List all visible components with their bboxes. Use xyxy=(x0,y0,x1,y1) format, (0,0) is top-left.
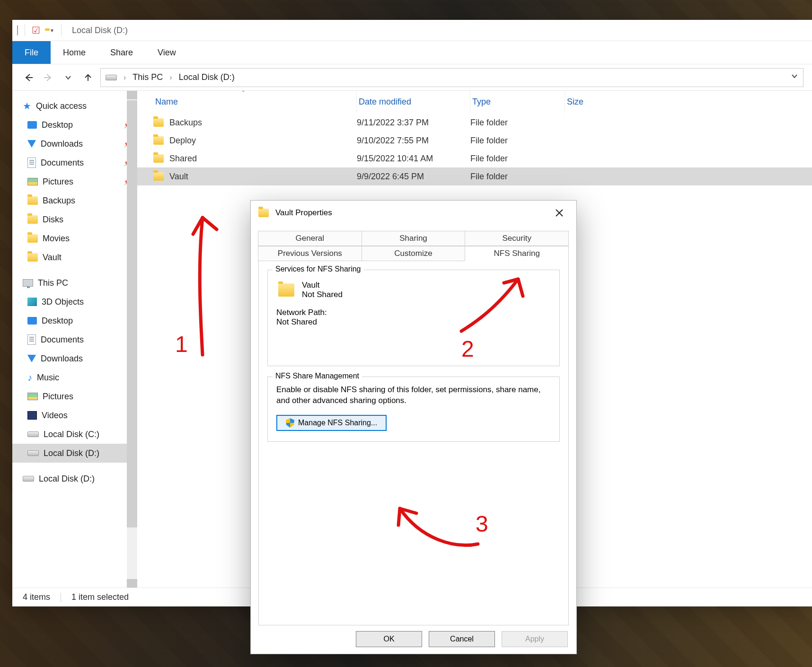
sidebar-item-videos[interactable]: Videos xyxy=(12,406,137,425)
column-headers: Name Date modified Type Size xyxy=(137,91,812,114)
pc-icon xyxy=(23,279,33,287)
sidebar-item-3d-objects[interactable]: 3D Objects xyxy=(12,292,137,311)
cancel-button[interactable]: Cancel xyxy=(429,631,495,647)
scroll-down-button[interactable] xyxy=(127,579,137,588)
sidebar-item-desktop[interactable]: Desktop📌 xyxy=(12,115,137,134)
sidebar-item-vault[interactable]: Vault xyxy=(12,248,137,267)
nav-forward-button[interactable] xyxy=(41,70,56,85)
network-path-label: Network Path: xyxy=(276,308,551,317)
column-type[interactable]: Type xyxy=(470,91,565,113)
sidebar-item-documents[interactable]: Documents📌 xyxy=(12,153,137,172)
column-size[interactable]: Size xyxy=(565,91,650,113)
ribbon-tabs: File Home Share View xyxy=(12,41,812,64)
folder-icon xyxy=(258,209,269,217)
pictures-icon xyxy=(27,178,38,185)
address-bar[interactable]: This PC Local Disk (D:) xyxy=(100,68,803,87)
tab-strip: General Sharing Security Previous Versio… xyxy=(251,225,576,261)
sidebar-scrollbar[interactable] xyxy=(127,91,137,588)
tab-nfs-sharing[interactable]: NFS Sharing xyxy=(465,246,569,261)
separator xyxy=(61,24,62,36)
network-path-value: Not Shared xyxy=(276,317,551,327)
drive-icon xyxy=(23,476,34,482)
group-services-nfs: Services for NFS Sharing Vault Not Share… xyxy=(267,270,560,366)
sidebar-item-backups[interactable]: Backups xyxy=(12,191,137,210)
sort-indicator-icon: ⌃ xyxy=(241,90,245,95)
group-legend: Services for NFS Sharing xyxy=(273,265,364,273)
status-item-count: 4 items xyxy=(23,592,50,602)
folder-icon xyxy=(153,154,164,163)
sidebar-item-documents-pc[interactable]: Documents xyxy=(12,330,137,349)
tab-security[interactable]: Security xyxy=(465,231,569,246)
breadcrumb-current[interactable]: Local Disk (D:) xyxy=(179,72,235,82)
nav-up-button[interactable] xyxy=(80,70,96,85)
chevron-right-icon xyxy=(168,72,173,82)
tab-home[interactable]: Home xyxy=(51,41,98,64)
sidebar-item-desktop-pc[interactable]: Desktop xyxy=(12,311,137,330)
nav-history-dropdown[interactable] xyxy=(61,70,76,85)
folder-icon xyxy=(278,283,294,297)
tab-previous-versions[interactable]: Previous Versions xyxy=(258,246,362,261)
sidebar-quick-access[interactable]: ★Quick access xyxy=(12,97,137,115)
pictures-icon xyxy=(27,393,38,400)
qatoolbar-dropdown-icon[interactable]: ▼ xyxy=(50,28,54,33)
desktop-icon xyxy=(27,317,37,325)
share-folder-name: Vault xyxy=(302,281,343,290)
folder-icon xyxy=(153,172,164,181)
tab-general[interactable]: General xyxy=(258,231,362,246)
file-row[interactable]: Deploy 9/10/2022 7:55 PM File folder xyxy=(137,132,812,149)
tab-share[interactable]: Share xyxy=(98,41,145,64)
navigation-pane: ★Quick access Desktop📌 Downloads📌 Docume… xyxy=(12,91,137,588)
breadcrumb-this-pc[interactable]: This PC xyxy=(132,72,163,82)
tab-file[interactable]: File xyxy=(12,41,51,64)
sidebar-item-downloads[interactable]: Downloads📌 xyxy=(12,134,137,153)
file-row-selected[interactable]: Vault 9/9/2022 6:45 PM File folder xyxy=(137,167,812,185)
sidebar-item-movies[interactable]: Movies xyxy=(12,229,137,248)
navigation-bar: This PC Local Disk (D:) xyxy=(12,64,812,91)
sidebar-this-pc[interactable]: This PC xyxy=(12,273,137,292)
nav-back-button[interactable] xyxy=(21,70,36,85)
tab-customize[interactable]: Customize xyxy=(362,246,466,261)
folder-icon xyxy=(153,118,164,127)
chevron-right-icon xyxy=(123,72,127,82)
document-icon xyxy=(27,334,36,345)
ok-button[interactable]: OK xyxy=(356,631,422,647)
check-icon: ☑ xyxy=(32,25,40,36)
music-icon: ♪ xyxy=(27,372,32,383)
group-legend: NFS Share Management xyxy=(273,372,362,380)
manage-nfs-sharing-button[interactable]: Manage NFS Sharing... xyxy=(276,415,387,431)
column-modified[interactable]: Date modified xyxy=(357,91,470,113)
sidebar-item-disks[interactable]: Disks xyxy=(12,210,137,229)
apply-button[interactable]: Apply xyxy=(502,631,568,647)
tab-sharing[interactable]: Sharing xyxy=(362,231,466,246)
folder-icon xyxy=(27,253,38,262)
address-dropdown-icon[interactable] xyxy=(791,72,798,82)
scroll-thumb[interactable] xyxy=(127,100,137,527)
scroll-up-button[interactable] xyxy=(127,91,137,99)
folder-icon xyxy=(27,196,38,205)
column-name[interactable]: Name xyxy=(153,91,357,113)
dialog-title: Vault Properties xyxy=(275,208,332,218)
sidebar-item-pictures[interactable]: Pictures📌 xyxy=(12,172,137,191)
sidebar-item-drive-d-root[interactable]: Local Disk (D:) xyxy=(12,469,137,488)
folder-icon xyxy=(153,136,164,145)
video-icon xyxy=(27,411,37,420)
tab-panel-nfs: Services for NFS Sharing Vault Not Share… xyxy=(258,261,569,625)
sidebar-item-pictures-pc[interactable]: Pictures xyxy=(12,387,137,406)
close-button[interactable] xyxy=(550,203,569,222)
download-icon xyxy=(27,355,36,362)
file-row[interactable]: Shared 9/15/2022 10:41 AM File folder xyxy=(137,149,812,167)
folder-icon xyxy=(27,234,38,243)
folder-icon xyxy=(27,215,38,224)
document-icon xyxy=(27,158,36,168)
sidebar-item-downloads-pc[interactable]: Downloads xyxy=(12,349,137,368)
titlebar: ☑ ▼ Local Disk (D:) xyxy=(12,20,812,41)
file-row[interactable]: Backups 9/11/2022 3:37 PM File folder xyxy=(137,114,812,132)
share-folder-status: Not Shared xyxy=(302,290,343,299)
separator xyxy=(61,593,61,602)
sidebar-item-drive-c[interactable]: Local Disk (C:) xyxy=(12,425,137,444)
tab-view[interactable]: View xyxy=(145,41,188,64)
sidebar-item-music[interactable]: ♪Music xyxy=(12,368,137,387)
separator xyxy=(25,24,25,36)
sidebar-item-drive-d[interactable]: Local Disk (D:) xyxy=(12,444,137,463)
group-nfs-management: NFS Share Management Enable or disable N… xyxy=(267,377,560,442)
